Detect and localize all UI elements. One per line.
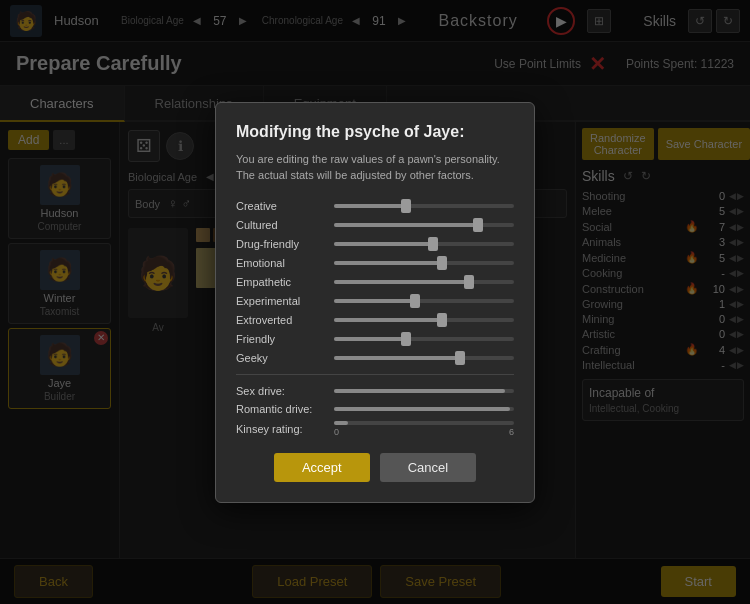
trait-label: Empathetic: [236, 276, 326, 288]
trait-label: Friendly: [236, 333, 326, 345]
modal-description: You are editing the raw values of a pawn…: [236, 151, 514, 184]
trait-empathetic: Empathetic: [236, 276, 514, 288]
psyche-modal: Modifying the psyche of Jaye: You are ed…: [215, 102, 535, 503]
trait-slider-track[interactable]: [334, 223, 514, 227]
trait-emotional: Emotional: [236, 257, 514, 269]
trait-drug-friendly: Drug-friendly: [236, 238, 514, 250]
trait-slider-fill: [334, 204, 406, 208]
trait-slider-fill: [334, 337, 406, 341]
trait-slider-thumb: [401, 199, 411, 213]
trait-label: Creative: [236, 200, 326, 212]
trait-geeky: Geeky: [236, 352, 514, 364]
trait-label: Extroverted: [236, 314, 326, 326]
trait-experimental: Experimental: [236, 295, 514, 307]
trait-slider-track[interactable]: [334, 299, 514, 303]
kinsey-max: 6: [509, 427, 514, 437]
trait-slider-track[interactable]: [334, 242, 514, 246]
trait-slider-track[interactable]: [334, 204, 514, 208]
trait-label: Drug-friendly: [236, 238, 326, 250]
modal-cancel-button[interactable]: Cancel: [380, 453, 476, 482]
trait-slider-thumb: [437, 256, 447, 270]
trait-extroverted: Extroverted: [236, 314, 514, 326]
modal-accept-button[interactable]: Accept: [274, 453, 370, 482]
trait-slider-fill: [334, 318, 442, 322]
trait-slider-track[interactable]: [334, 337, 514, 341]
kinsey-min: 0: [334, 427, 339, 437]
trait-slider-thumb: [473, 218, 483, 232]
drive-track[interactable]: [334, 389, 514, 393]
trait-slider-thumb: [455, 351, 465, 365]
trait-slider-thumb: [437, 313, 447, 327]
drive-label: Romantic drive:: [236, 403, 326, 415]
trait-slider-fill: [334, 261, 442, 265]
trait-slider-thumb: [401, 332, 411, 346]
drive-label: Sex drive:: [236, 385, 326, 397]
drive-fill: [334, 421, 348, 425]
modal-overlay: Modifying the psyche of Jaye: You are ed…: [0, 0, 750, 604]
modal-buttons: Accept Cancel: [236, 453, 514, 482]
trait-slider-track[interactable]: [334, 318, 514, 322]
drive-kinsey: Kinsey rating: 0 6: [236, 421, 514, 437]
trait-cultured: Cultured: [236, 219, 514, 231]
trait-label: Cultured: [236, 219, 326, 231]
trait-slider-thumb: [428, 237, 438, 251]
drive-track[interactable]: [334, 407, 514, 411]
drive-endpoints: 0 6: [334, 427, 514, 437]
trait-creative: Creative: [236, 200, 514, 212]
trait-slider-fill: [334, 223, 478, 227]
drive-track[interactable]: [334, 421, 514, 425]
drives-section: Sex drive: Romantic drive: Kinsey rating…: [236, 374, 514, 437]
drive-label: Kinsey rating:: [236, 423, 326, 435]
modal-title: Modifying the psyche of Jaye:: [236, 123, 514, 141]
trait-label: Geeky: [236, 352, 326, 364]
trait-slider-track[interactable]: [334, 261, 514, 265]
traits-list: Creative Cultured Drug-friendly: [236, 200, 514, 364]
drive-fill: [334, 389, 505, 393]
trait-slider-track[interactable]: [334, 356, 514, 360]
trait-label: Experimental: [236, 295, 326, 307]
trait-slider-thumb: [410, 294, 420, 308]
drive-sex: Sex drive:: [236, 385, 514, 397]
trait-slider-fill: [334, 280, 469, 284]
drive-romantic: Romantic drive:: [236, 403, 514, 415]
trait-slider-fill: [334, 299, 415, 303]
trait-slider-fill: [334, 356, 460, 360]
trait-slider-fill: [334, 242, 433, 246]
trait-slider-thumb: [464, 275, 474, 289]
trait-label: Emotional: [236, 257, 326, 269]
drive-fill: [334, 407, 510, 411]
trait-slider-track[interactable]: [334, 280, 514, 284]
trait-friendly: Friendly: [236, 333, 514, 345]
